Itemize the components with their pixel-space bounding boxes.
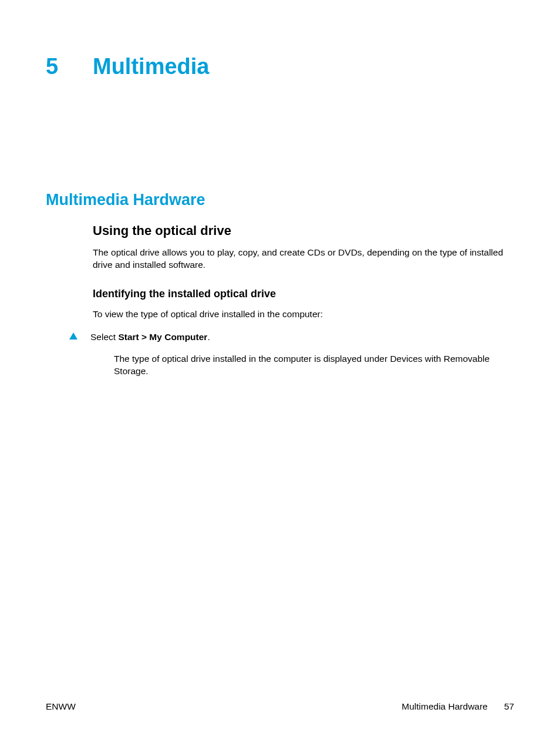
triangle-up-icon <box>69 332 77 340</box>
step-row: Select Start > My Computer. The type of … <box>69 331 514 378</box>
page-footer: ENWW Multimedia Hardware 57 <box>46 701 514 712</box>
subsubsection-heading: Identifying the installed optical drive <box>93 288 514 300</box>
footer-right: Multimedia Hardware 57 <box>402 701 514 712</box>
subsection-body: The optical drive allows you to play, co… <box>93 247 514 271</box>
step-bold: Start > My Computer <box>118 332 207 342</box>
step-content: Select Start > My Computer. The type of … <box>90 331 514 378</box>
section-heading: Multimedia Hardware <box>46 191 514 209</box>
step-prefix: Select <box>90 332 118 342</box>
chapter-title: Multimedia <box>93 54 209 79</box>
step-suffix: . <box>207 332 210 342</box>
content-block: Using the optical drive The optical driv… <box>93 223 514 378</box>
footer-left: ENWW <box>46 701 76 712</box>
subsection-heading: Using the optical drive <box>93 223 514 238</box>
footer-section: Multimedia Hardware <box>402 701 487 712</box>
step-text: Select Start > My Computer. <box>90 331 514 344</box>
document-page: 5 Multimedia Multimedia Hardware Using t… <box>0 0 560 746</box>
chapter-number: 5 <box>46 54 93 79</box>
subsubsection-body: To view the type of optical drive instal… <box>93 308 514 321</box>
step-detail: The type of optical drive installed in t… <box>114 353 514 378</box>
chapter-heading: 5 Multimedia <box>46 54 514 79</box>
footer-page-number: 57 <box>504 701 514 712</box>
